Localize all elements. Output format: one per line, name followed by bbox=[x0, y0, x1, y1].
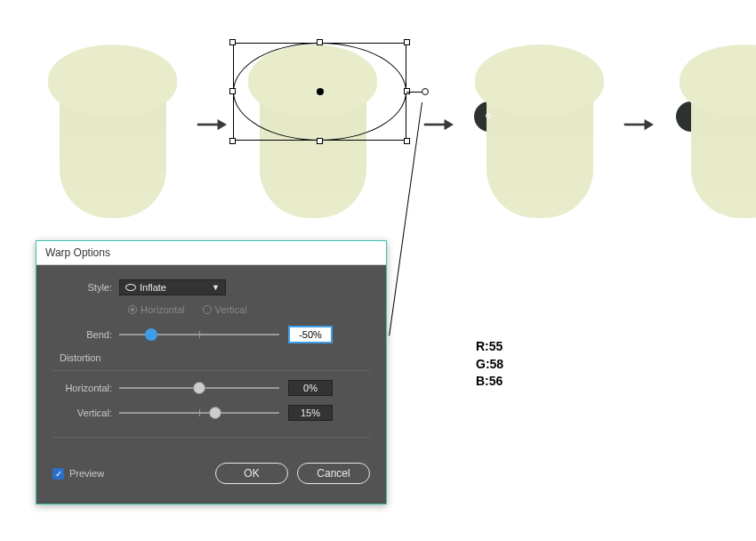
anchor-point-icon bbox=[486, 113, 491, 118]
slider-thumb[interactable] bbox=[145, 328, 157, 341]
rotate-handle-line bbox=[406, 92, 422, 93]
resize-handle[interactable] bbox=[404, 138, 410, 144]
svg-marker-1 bbox=[218, 119, 228, 130]
vertical-distortion-label: Vertical: bbox=[52, 408, 119, 418]
arrow-icon bbox=[196, 116, 227, 133]
resize-handle[interactable] bbox=[229, 138, 236, 144]
resize-handle[interactable] bbox=[404, 39, 410, 45]
cancel-button[interactable]: Cancel bbox=[297, 463, 370, 484]
horizontal-distortion-input[interactable]: 0% bbox=[288, 380, 333, 396]
bend-slider[interactable] bbox=[119, 334, 279, 335]
slider-thumb[interactable] bbox=[193, 382, 205, 394]
bend-input[interactable]: -50% bbox=[288, 326, 333, 343]
orientation-vertical-label: Vertical bbox=[215, 304, 247, 315]
preview-label: Preview bbox=[69, 468, 104, 479]
rgb-g: G:58 bbox=[476, 356, 503, 374]
chevron-down-icon: ▼ bbox=[212, 283, 220, 292]
resize-handle[interactable] bbox=[229, 39, 236, 45]
vertical-distortion-slider[interactable] bbox=[119, 412, 279, 414]
rotate-handle[interactable] bbox=[422, 88, 429, 95]
resize-handle[interactable] bbox=[229, 88, 236, 94]
ear-center-handle[interactable] bbox=[473, 101, 505, 133]
orientation-horizontal-radio[interactable]: Horizontal bbox=[128, 304, 185, 315]
dialog-title: Warp Options bbox=[36, 241, 386, 265]
arrow-icon bbox=[623, 116, 654, 133]
checkmark-icon: ✓ bbox=[52, 468, 64, 480]
inflate-icon bbox=[125, 284, 136, 291]
arrow-icon bbox=[422, 116, 454, 133]
vertical-distortion-input[interactable]: 15% bbox=[288, 405, 333, 421]
style-select[interactable]: Inflate ▼ bbox=[119, 279, 226, 295]
radio-icon bbox=[203, 305, 212, 314]
warp-options-dialog: Warp Options Style: Inflate ▼ Horizontal… bbox=[36, 240, 387, 505]
orientation-horizontal-label: Horizontal bbox=[141, 304, 185, 315]
shape-step-4 bbox=[667, 27, 756, 222]
shape-step-3 bbox=[467, 27, 609, 222]
resize-handle[interactable] bbox=[317, 39, 323, 45]
shape-sequence bbox=[40, 27, 756, 222]
shape-step-2 bbox=[240, 27, 409, 222]
orientation-vertical-radio[interactable]: Vertical bbox=[203, 304, 247, 315]
distortion-section-label: Distortion bbox=[60, 352, 370, 363]
resize-handle[interactable] bbox=[317, 138, 323, 144]
ok-button[interactable]: OK bbox=[215, 463, 288, 484]
shape-step-1 bbox=[40, 27, 182, 222]
rgb-b: B:56 bbox=[476, 373, 503, 391]
svg-marker-3 bbox=[445, 119, 454, 130]
rgb-readout: R:55 G:58 B:56 bbox=[476, 338, 503, 391]
horizontal-distortion-label: Horizontal: bbox=[52, 383, 119, 393]
ellipse-selection[interactable] bbox=[233, 43, 406, 141]
center-point-icon bbox=[317, 88, 324, 95]
rgb-r: R:55 bbox=[476, 338, 503, 356]
preview-checkbox[interactable]: ✓ Preview bbox=[52, 468, 104, 480]
divider bbox=[52, 437, 370, 438]
style-value: Inflate bbox=[140, 282, 166, 293]
svg-marker-5 bbox=[645, 119, 655, 130]
bend-label: Bend: bbox=[52, 329, 119, 340]
style-label: Style: bbox=[52, 282, 119, 293]
divider bbox=[52, 370, 370, 371]
radio-icon bbox=[128, 305, 137, 314]
horizontal-distortion-slider[interactable] bbox=[119, 387, 279, 389]
slider-thumb[interactable] bbox=[209, 407, 221, 419]
